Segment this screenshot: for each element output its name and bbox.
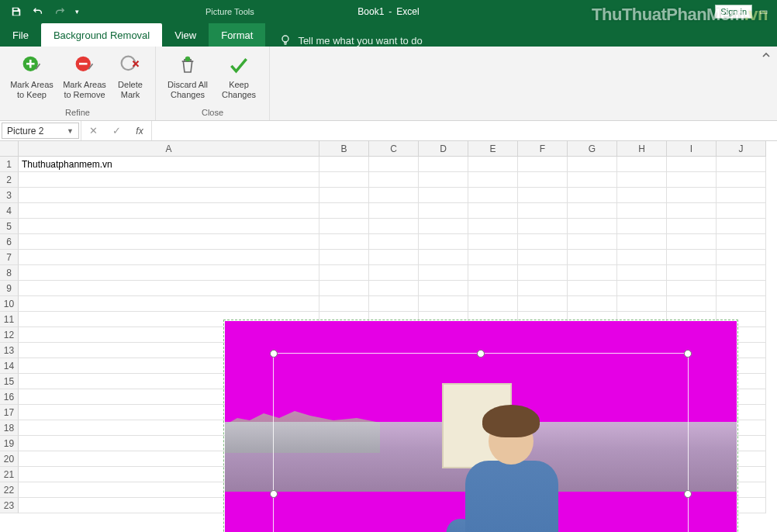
row-header[interactable]: 2 [0,172,19,188]
cell[interactable] [518,250,568,265]
cell[interactable] [319,188,369,203]
resize-handle-nw[interactable] [270,350,278,358]
cell[interactable] [518,234,568,250]
column-header[interactable]: B [319,141,369,157]
row-header[interactable]: 8 [0,265,19,281]
tab-file[interactable]: File [0,23,41,47]
cell[interactable] [19,296,319,312]
cell[interactable] [19,265,319,281]
enter-formula-button[interactable]: ✓ [105,125,128,136]
row-header[interactable]: 23 [0,498,19,513]
cell[interactable] [468,296,518,312]
cell[interactable] [419,234,468,250]
cell[interactable] [667,296,717,312]
cell[interactable] [568,281,617,296]
cell[interactable] [568,188,617,203]
cell[interactable] [319,157,369,172]
cell[interactable] [319,265,369,281]
cell[interactable] [717,219,766,234]
cell[interactable] [667,157,717,172]
row-header[interactable]: 3 [0,188,19,203]
cell[interactable] [617,203,667,219]
cancel-formula-button[interactable]: ✕ [81,125,105,136]
cell[interactable] [568,234,617,250]
tab-view[interactable]: View [162,23,209,47]
row-header[interactable]: 22 [0,482,19,498]
cell[interactable] [419,281,468,296]
cell[interactable] [617,172,667,188]
row-header[interactable]: 18 [0,420,19,436]
sign-in-button[interactable]: Sign in [715,5,752,19]
cell[interactable] [518,281,568,296]
cell[interactable] [518,265,568,281]
row-header[interactable]: 21 [0,467,19,482]
save-button[interactable] [6,2,26,22]
column-header[interactable]: A [19,141,319,157]
cell[interactable] [667,281,717,296]
cell[interactable] [717,250,766,265]
cell[interactable] [518,188,568,203]
column-header[interactable]: H [617,141,667,157]
row-header[interactable]: 13 [0,343,19,358]
cell[interactable] [419,172,468,188]
cell[interactable] [419,157,468,172]
cell[interactable] [319,281,369,296]
cell[interactable] [617,281,667,296]
cell[interactable] [518,172,568,188]
row-header[interactable]: 6 [0,234,19,250]
cell[interactable] [667,250,717,265]
mark-areas-keep-button[interactable]: Mark Areas to Keep [6,50,57,105]
cell[interactable] [319,203,369,219]
row-header[interactable]: 19 [0,436,19,451]
cell[interactable] [369,188,419,203]
redo-button[interactable] [50,2,70,22]
cell[interactable] [19,219,319,234]
cell[interactable] [19,281,319,296]
cell[interactable] [369,172,419,188]
row-header[interactable]: 11 [0,312,19,327]
row-header[interactable]: 1 [0,157,19,172]
cell[interactable] [319,250,369,265]
column-header[interactable]: E [468,141,518,157]
cell[interactable] [369,296,419,312]
cell[interactable] [617,265,667,281]
cell[interactable] [667,219,717,234]
column-header[interactable]: C [369,141,419,157]
column-header[interactable]: J [717,141,766,157]
picture-object[interactable] [225,321,737,532]
cell[interactable] [468,203,518,219]
cell[interactable] [468,172,518,188]
cell[interactable] [369,250,419,265]
cell[interactable]: Thuthuatphanmem.vn [19,157,319,172]
row-header[interactable]: 12 [0,327,19,343]
column-header[interactable]: G [568,141,617,157]
name-box[interactable]: Picture 2 ▼ [2,123,79,139]
cell[interactable] [319,219,369,234]
row-header[interactable]: 9 [0,281,19,296]
cell[interactable] [468,188,518,203]
undo-button[interactable] [28,2,48,22]
cell[interactable] [419,188,468,203]
cell[interactable] [717,157,766,172]
cell[interactable] [369,281,419,296]
cell[interactable] [717,234,766,250]
cell[interactable] [369,203,419,219]
row-header[interactable]: 15 [0,374,19,389]
cell[interactable] [19,234,319,250]
cell[interactable] [568,265,617,281]
chevron-down-icon[interactable]: ▼ [67,127,74,135]
cell[interactable] [468,250,518,265]
ribbon-display-options-icon[interactable]: ▭ [757,6,769,17]
cell[interactable] [419,219,468,234]
resize-handle-ne[interactable] [684,350,692,358]
cell[interactable] [568,296,617,312]
worksheet-grid[interactable]: ABCDEFGHIJ 12345678910111213141516171819… [0,141,777,532]
cell[interactable] [667,203,717,219]
cell[interactable] [617,188,667,203]
cell[interactable] [468,234,518,250]
column-header[interactable]: F [518,141,568,157]
formula-bar[interactable] [151,121,777,140]
cell[interactable] [419,250,468,265]
cell[interactable] [568,157,617,172]
cell[interactable] [369,265,419,281]
